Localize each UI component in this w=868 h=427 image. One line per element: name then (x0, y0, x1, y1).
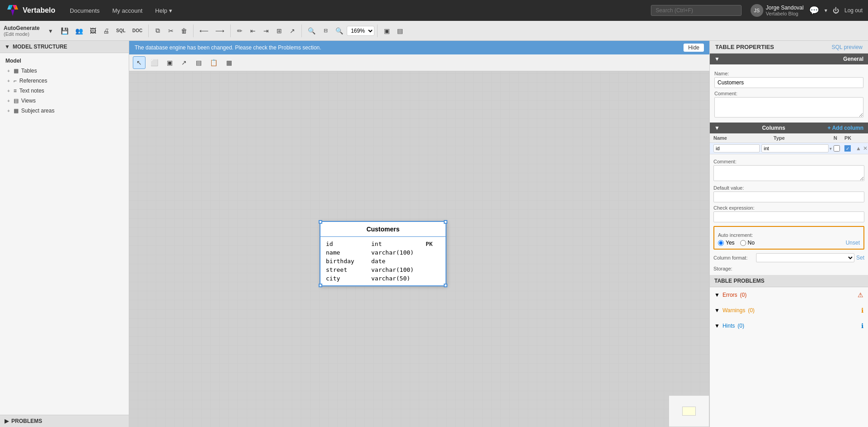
select-tool-btn[interactable]: ↖ (133, 56, 145, 69)
table-icon: ▦ (14, 68, 19, 74)
add-note-btn[interactable]: 📋 (207, 56, 221, 69)
resize-handle-tl[interactable] (319, 220, 322, 224)
storage-row: Storage: (710, 264, 868, 273)
tables-label: Tables (21, 68, 37, 74)
logo[interactable]: Vertabelo (5, 3, 55, 18)
hints-group: ▼ Hints (0) ℹ (710, 318, 868, 334)
minimap-table (682, 407, 696, 416)
nav-documents[interactable]: Documents (64, 5, 105, 17)
chevron-down-icon: ▾ (169, 7, 172, 14)
transform-btn[interactable]: ↗ (286, 25, 299, 37)
canvas-table-name: Customers (366, 226, 399, 233)
hints-header[interactable]: ▼ Hints (0) ℹ (710, 320, 868, 332)
add-view-btn[interactable]: ▤ (192, 56, 205, 69)
errors-label: Errors (723, 292, 737, 298)
dropdown-arrow-btn[interactable]: ▾ (44, 25, 57, 37)
col-name-input[interactable] (713, 144, 760, 152)
marquee-tool-btn[interactable]: ⬜ (147, 56, 161, 69)
sidebar-item-textnotes[interactable]: + ≡ Text notes (0, 86, 129, 96)
sidebar-header[interactable]: ▼ MODEL STRUCTURE (0, 41, 129, 53)
zoom-select[interactable]: 169% (347, 26, 374, 36)
chat-icon[interactable]: 💬 (809, 5, 819, 15)
col-nullable-checkbox[interactable] (834, 145, 840, 152)
table-name-input[interactable] (714, 77, 863, 88)
col-default-input[interactable] (713, 191, 864, 202)
sidebar-item-tables[interactable]: + ▦ Tables (0, 66, 129, 76)
align-left-btn[interactable]: ⇤ (247, 25, 259, 37)
user-name: Jorge Sandoval (766, 5, 804, 11)
sidebar-item-subject-areas[interactable]: + ▦ Subject areas (0, 106, 129, 116)
col-check-input[interactable] (713, 211, 864, 222)
doc-btn[interactable]: DOC (129, 25, 145, 37)
errors-header[interactable]: ▼ Errors (0) ⚠ (710, 289, 868, 301)
table-row: street varchar(100) (326, 265, 440, 274)
canvas-toolbar: ↖ ⬜ ▣ ↗ ▤ 📋 ▦ (129, 54, 709, 71)
sidebar-item-views[interactable]: + ▤ Views (0, 96, 129, 106)
unset-button[interactable]: Unset (846, 240, 860, 246)
expand-tables-icon: + (7, 69, 10, 74)
hints-label: Hints (723, 323, 735, 329)
collapse-icon: ▼ (5, 44, 10, 50)
cut-btn[interactable]: ✂ (165, 25, 177, 37)
col-type-input[interactable] (761, 144, 829, 152)
col-header-pk: PK (844, 135, 853, 141)
canvas-content[interactable]: Customers id int PK name varchar(100) bi… (129, 71, 709, 427)
auto-increment-no-radio[interactable] (740, 240, 746, 246)
panel-title: TABLE PROPERTIES (715, 44, 774, 50)
auto-increment-yes-radio[interactable] (718, 240, 724, 246)
auto-increment-yes-label[interactable]: Yes (718, 240, 735, 246)
resize-handle-br[interactable] (444, 284, 447, 287)
col-comment-textarea[interactable] (713, 165, 864, 181)
zoom-group: 🔍 ⊟ 🔍 169% (305, 25, 378, 37)
add-reference-btn[interactable]: ↗ (178, 56, 190, 69)
column-row-id[interactable]: ▾ ✓ ▲ ✕ (710, 143, 868, 154)
copy-btn[interactable]: ⧉ (151, 25, 164, 37)
col-format-select[interactable] (756, 253, 854, 262)
sql-preview-button[interactable]: SQL preview (832, 44, 863, 50)
image-btn[interactable]: 🖼 (87, 25, 99, 37)
nav-help[interactable]: Help ▾ (150, 5, 178, 17)
nav-myaccount[interactable]: My account (107, 5, 148, 17)
resize-handle-bl[interactable] (319, 284, 322, 287)
resize-handle-tr[interactable] (444, 220, 447, 224)
sidebar-item-references[interactable]: + ⌐ References (0, 76, 129, 86)
add-column-button[interactable]: + Add column (828, 125, 863, 131)
hide-notification-button[interactable]: Hide (684, 44, 704, 52)
add-table-btn[interactable]: ▣ (163, 56, 176, 69)
view-normal-btn[interactable]: ▣ (380, 25, 393, 37)
col-default-label: Default value: (713, 185, 864, 191)
errors-count: (0) (740, 292, 747, 298)
save-btn[interactable]: 💾 (58, 25, 72, 37)
problems-bar[interactable]: ▶ PROBLEMS (0, 415, 129, 427)
table-comment-textarea[interactable] (714, 97, 863, 118)
col-type-arrow[interactable]: ▾ (829, 146, 832, 151)
area-icon: ▦ (14, 108, 19, 114)
zoom-in-btn[interactable]: 🔍 (332, 25, 346, 37)
undo-btn[interactable]: ⟵ (196, 25, 212, 37)
col-delete-btn[interactable]: ✕ (863, 145, 868, 152)
auto-increment-no-label[interactable]: No (740, 240, 755, 246)
top-search-input[interactable] (651, 5, 742, 16)
edit-mode-btn[interactable]: ✏ (233, 25, 246, 37)
sql-btn[interactable]: SQL (113, 25, 129, 37)
reference-icon: ⌐ (14, 78, 17, 84)
move-btn[interactable]: ⊞ (273, 25, 286, 37)
align-right-btn[interactable]: ⇥ (260, 25, 272, 37)
col-pk-checkbox[interactable]: ✓ (844, 145, 851, 152)
canvas-table-customers[interactable]: Customers id int PK name varchar(100) bi… (320, 221, 446, 286)
redo-btn[interactable]: ⟶ (212, 25, 228, 37)
delete-btn[interactable]: 🗑 (178, 25, 190, 37)
view-compact-btn[interactable]: ▤ (393, 25, 406, 37)
warnings-header[interactable]: ▼ Warnings (0) ℹ (710, 304, 868, 316)
set-button[interactable]: Set (856, 255, 864, 261)
add-area-btn[interactable]: ▦ (223, 56, 235, 69)
toolbar: AutoGenerate (Edit mode) ▾ 💾 👥 🖼 🖨 SQL D… (0, 21, 868, 41)
zoom-fit-btn[interactable]: ⊟ (319, 25, 332, 37)
col-move-up-btn[interactable]: ▲ (855, 145, 862, 152)
references-label: References (19, 78, 47, 84)
chat-chevron[interactable]: ▾ (824, 7, 827, 14)
zoom-out-btn[interactable]: 🔍 (305, 25, 319, 37)
logout-button[interactable]: Log out (844, 7, 863, 14)
print-btn[interactable]: 🖨 (100, 25, 112, 37)
users-btn[interactable]: 👥 (72, 25, 86, 37)
